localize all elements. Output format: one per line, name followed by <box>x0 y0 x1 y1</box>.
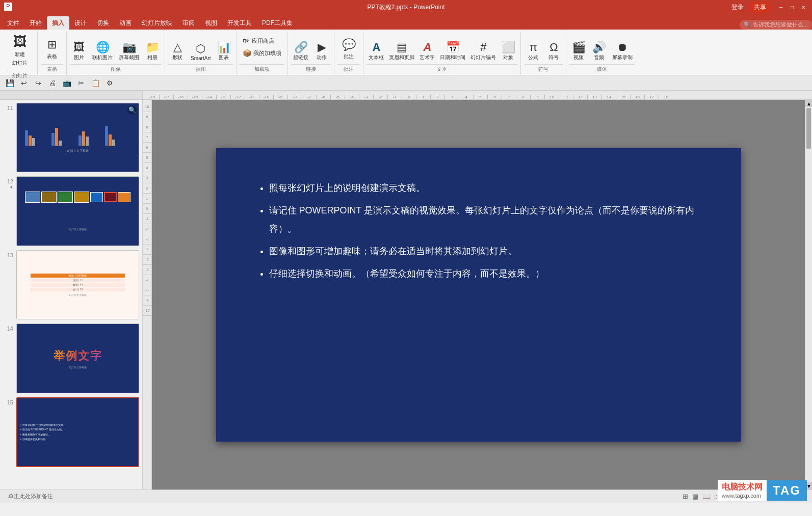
tab-review[interactable]: 审阅 <box>177 16 200 30</box>
picture-button[interactable]: 🖼 图片 <box>70 41 88 62</box>
present-button[interactable]: 📺 <box>61 77 72 89</box>
title-bar-left: 🅿 <box>4 3 12 12</box>
quick-access-toolbar: 💾 ↩ ↪ 🖨 📺 ✂ 📋 ⚙ <box>0 75 812 91</box>
equation-button[interactable]: π 公式 <box>524 41 542 62</box>
online-picture-button[interactable]: 🌐 联机图片 <box>90 41 115 62</box>
my-addins-button[interactable]: 📦 我的加载项 <box>240 48 284 58</box>
ribbon-group-comments: 💬 批注 批注 <box>334 32 363 75</box>
share-button[interactable]: 共享 <box>750 2 770 13</box>
scroll-thumb[interactable] <box>806 108 811 149</box>
smartart-icon: ⬡ <box>196 43 205 55</box>
ribbon-group-text: A 文本框 ▤ 页眉和页脚 A 艺术字 📅 日期和时间 # 幻灯片编号 ⬜ 对象 <box>363 32 521 75</box>
save-qat-button[interactable]: 💾 <box>4 77 15 89</box>
tab-animations[interactable]: 动画 <box>114 16 137 30</box>
slide-number-button[interactable]: # 幻灯片编号 <box>468 41 498 62</box>
chart-button[interactable]: 📊 图表 <box>215 41 233 62</box>
symbol-icon: Ω <box>549 42 558 53</box>
login-button[interactable]: 登录 <box>731 3 744 12</box>
slide-item-15[interactable]: 15 • 照每张幻灯片上的说明创建演示文稿。 • 请记住 POWERPOINT … <box>2 396 140 468</box>
object-button[interactable]: ⬜ 对象 <box>499 41 517 62</box>
slide-thumb-15[interactable]: • 照每张幻灯片上的说明创建演示文稿。 • 请记住 POWERPOINT 是演示… <box>16 397 139 467</box>
slide-canvas[interactable]: 照每张幻灯片上的说明创建演示文稿。 请记住 POWERPOINT 是演示文稿的视… <box>216 148 741 442</box>
symbol-button[interactable]: Ω 符号 <box>544 41 563 62</box>
settings-button[interactable]: ⚙ <box>104 77 115 89</box>
notes-placeholder[interactable]: 单击此处添加备注 <box>8 493 683 500</box>
shapes-button[interactable]: △ 形状 <box>168 41 187 62</box>
minimize-button[interactable]: ─ <box>776 3 785 12</box>
wordart-button[interactable]: A 艺术字 <box>417 41 437 62</box>
images-group-label: 图像 <box>70 64 162 74</box>
slide-item-13[interactable]: 13 标题 | 对照数据 项目 | 11 数量 | 44 <box>2 249 140 320</box>
comment-button[interactable]: 💬 批注 <box>337 36 360 62</box>
slide-star-12: ✦ <box>9 184 13 190</box>
date-time-icon: 📅 <box>446 42 460 53</box>
addins-group-label: 加载项 <box>240 64 284 74</box>
tab-design[interactable]: 设计 <box>69 16 92 30</box>
hyperlink-button[interactable]: 🔗 超链接 <box>291 41 310 62</box>
close-button[interactable]: ✕ <box>799 3 808 12</box>
slide-number-13: 13 <box>3 250 13 258</box>
audio-button[interactable]: 🔊 音频 <box>590 41 608 62</box>
title-bar: 🅿 PPT教程2.pptx - PowerPoint 登录 共享 ─ □ ✕ <box>0 0 812 14</box>
window-title: PPT教程2.pptx - PowerPoint <box>367 3 444 12</box>
app-icon: 🅿 <box>4 3 12 12</box>
textbox-button[interactable]: A 文本框 <box>366 41 386 62</box>
video-button[interactable]: 🎬 视频 <box>569 41 588 62</box>
view-reading[interactable]: 📖 <box>702 493 711 500</box>
view-slide[interactable]: ▦ <box>692 493 698 500</box>
audio-icon: 🔊 <box>592 42 606 53</box>
slide-thumb-14[interactable]: 举例文字 幻灯片文字标题 <box>16 323 139 393</box>
vertical-scrollbar[interactable]: ▲ ▼ <box>805 100 812 490</box>
picture-icon: 🖼 <box>73 42 85 53</box>
magnify-11[interactable]: 🔍 <box>127 105 137 115</box>
date-time-button[interactable]: 📅 日期和时间 <box>438 41 467 62</box>
tab-pdf[interactable]: PDF工具集 <box>257 16 298 30</box>
text-group-label: 文本 <box>366 64 517 74</box>
tab-insert[interactable]: 插入 <box>47 16 69 30</box>
album-button[interactable]: 📁 相册 <box>143 41 162 62</box>
action-icon: ▶ <box>318 42 326 53</box>
slide-number-11: 11 <box>3 103 13 111</box>
canvas-area[interactable]: 照每张幻灯片上的说明创建演示文稿。 请记住 POWERPOINT 是演示文稿的视… <box>152 100 805 490</box>
slide-item-11[interactable]: 11 <box>2 102 140 173</box>
search-box[interactable]: 🔍 告诉我您想要做什么... <box>740 20 812 30</box>
ribbon-group-tables: ⊞ 表格 表格 <box>38 32 67 75</box>
header-footer-button[interactable]: ▤ 页眉和页脚 <box>387 41 416 62</box>
app-store-button[interactable]: 🛍 应用商店 <box>240 36 284 46</box>
search-placeholder: 告诉我您想要做什么... <box>753 21 808 29</box>
view-normal[interactable]: ⊞ <box>683 493 688 500</box>
paste-button[interactable]: 📋 <box>90 77 101 89</box>
cut-button[interactable]: ✂ <box>75 77 87 89</box>
scroll-up-button[interactable]: ▲ <box>805 100 812 107</box>
watermark: 电脑技术网 www.tagxp.com TAG <box>718 480 807 501</box>
tab-devtools[interactable]: 开发工具 <box>222 16 257 30</box>
tab-home[interactable]: 开始 <box>24 16 47 30</box>
comment-icon: 💬 <box>342 38 356 51</box>
slide-item-14[interactable]: 14 举例文字 幻灯片文字标题 <box>2 322 140 394</box>
ribbon-content: 🖼 新建 幻灯片 幻灯片 ⊞ 表格 表格 🖼 图片 🌐 联机图片 <box>0 30 812 75</box>
slide-thumb-11[interactable]: 幻灯片文字标题 🔍 <box>16 103 139 172</box>
slide-item-12[interactable]: 12 ✦ 幻灯片文字标题 <box>2 175 140 247</box>
slide-thumb-12[interactable]: 幻灯片文字标题 <box>16 176 139 246</box>
smartart-button[interactable]: ⬡ SmartArt <box>189 42 213 62</box>
main-area: 11 <box>0 100 812 490</box>
ribbon-group-illustrations: △ 形状 ⬡ SmartArt 📊 图表 插图 <box>165 32 237 75</box>
redo-button[interactable]: ↪ <box>33 77 44 89</box>
screenshot-icon: 📷 <box>122 42 136 53</box>
screen-record-button[interactable]: ⏺ 屏幕录制 <box>610 41 635 62</box>
slide-thumb-13[interactable]: 标题 | 对照数据 项目 | 11 数量 | 44 合计 | 55 幻灯片文字标… <box>16 250 139 319</box>
action-button[interactable]: ▶ 动作 <box>312 41 331 62</box>
tab-view[interactable]: 视图 <box>200 16 222 30</box>
screenshot-button[interactable]: 📷 屏幕截图 <box>117 41 141 62</box>
tab-slideshow[interactable]: 幻灯片放映 <box>137 16 177 30</box>
tab-file[interactable]: 文件 <box>2 16 24 30</box>
maximize-button[interactable]: □ <box>788 3 797 12</box>
table-icon: ⊞ <box>47 38 57 51</box>
new-slide-button[interactable]: 🖼 新建 幻灯片 <box>9 32 31 69</box>
print-button[interactable]: 🖨 <box>47 77 58 89</box>
tab-transitions[interactable]: 切换 <box>92 16 114 30</box>
undo-button[interactable]: ↩ <box>18 77 30 89</box>
table-button[interactable]: ⊞ 表格 <box>41 36 63 62</box>
textbox-icon: A <box>373 42 381 53</box>
watermark-brand-text: 电脑技术网 <box>722 482 763 493</box>
